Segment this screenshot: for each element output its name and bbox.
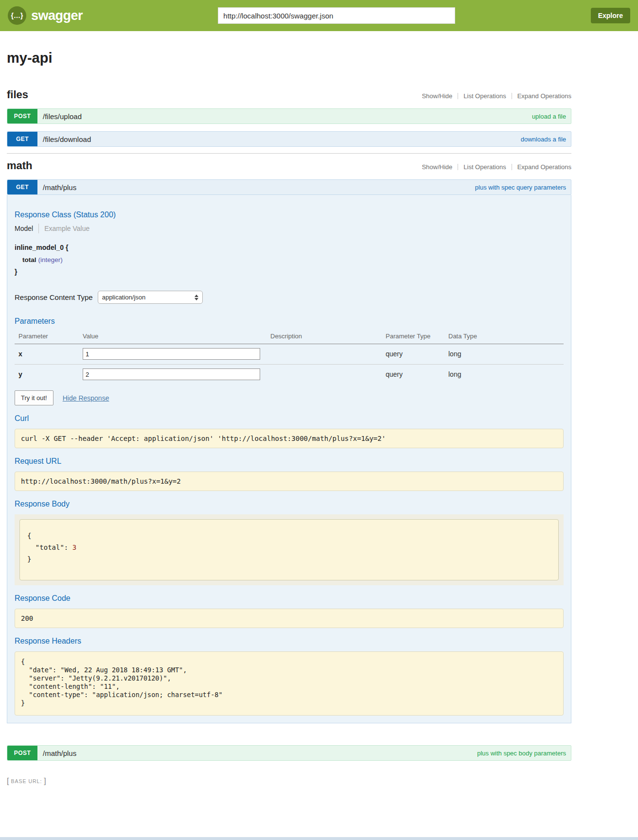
parameter-name: y: [18, 370, 22, 378]
col-value: Value: [79, 330, 266, 344]
operation-summary-link[interactable]: plus with spec query parameters: [475, 184, 566, 191]
spec-url-input[interactable]: [218, 7, 455, 24]
col-parameter: Parameter: [15, 330, 79, 344]
expand-operations-link[interactable]: Expand Operations: [517, 92, 571, 100]
method-badge-get: GET: [7, 132, 37, 146]
operation-detail-panel: Response Class (Status 200) Model Exampl…: [7, 195, 571, 723]
base-url-label: BASE URL:: [11, 778, 42, 784]
math-section-controls: Show/Hide List Operations Expand Operati…: [422, 163, 571, 171]
response-body-json: { "total": 3 }: [19, 519, 559, 580]
json-value: 3: [72, 543, 76, 551]
operation-summary-link[interactable]: downloads a file: [521, 136, 566, 143]
files-section-title: files: [7, 88, 28, 101]
col-description: Description: [266, 330, 382, 344]
math-section-title: math: [7, 159, 33, 172]
separator: [512, 164, 512, 170]
curl-heading: Curl: [15, 414, 564, 423]
explore-button[interactable]: Explore: [591, 8, 630, 23]
tab-model[interactable]: Model: [15, 225, 33, 232]
page-title: my-api: [7, 50, 571, 66]
col-data-type: Data Type: [444, 330, 564, 344]
parameter-row-x: x query long: [15, 344, 564, 365]
separator: [458, 93, 458, 99]
operation-path[interactable]: /files/download: [43, 135, 91, 143]
list-operations-link[interactable]: List Operations: [463, 92, 506, 100]
model-signature: inline_model_0 { total (integer) }: [15, 242, 564, 278]
bracket-close: ]: [44, 777, 46, 786]
model-close-brace: }: [15, 266, 564, 278]
response-code-value: 200: [15, 609, 564, 628]
try-it-out-button[interactable]: Try it out!: [15, 390, 53, 405]
math-section-header: math Show/Hide List Operations Expand Op…: [7, 159, 571, 172]
operation-summary-link[interactable]: upload a file: [532, 113, 566, 120]
operation-summary-link[interactable]: plus with spec body parameters: [477, 750, 566, 757]
json-key: "total":: [27, 543, 72, 551]
parameters-table: Parameter Value Description Parameter Ty…: [15, 330, 564, 385]
method-badge-post: POST: [7, 746, 37, 760]
col-parameter-type: Parameter Type: [382, 330, 444, 344]
method-badge-post: POST: [7, 109, 37, 123]
operation-row-post-files-upload[interactable]: POST /files/upload upload a file: [7, 108, 571, 124]
parameter-x-input[interactable]: [83, 348, 260, 360]
separator: [512, 93, 512, 99]
operation-row-post-math-plus[interactable]: POST /math/plus plus with spec body para…: [7, 745, 571, 761]
request-url-value: http://localhost:3000/math/plus?x=1&y=2: [15, 472, 564, 491]
json-total-line: "total": 3: [27, 542, 551, 553]
response-headers-heading: Response Headers: [15, 637, 564, 646]
logo-glyph: {…}: [11, 12, 23, 19]
model-tabs: Model Example Value: [15, 224, 564, 233]
bracket-open: [: [7, 777, 9, 786]
parameter-data-type: long: [448, 370, 461, 378]
tab-example-value[interactable]: Example Value: [44, 225, 89, 232]
brand-name: swagger: [31, 8, 83, 23]
expand-operations-link[interactable]: Expand Operations: [517, 163, 571, 171]
operation-row-get-math-plus[interactable]: GET /math/plus plus with spec query para…: [7, 179, 571, 195]
files-section-controls: Show/Hide List Operations Expand Operati…: [422, 92, 571, 100]
operation-path[interactable]: /files/upload: [43, 112, 82, 121]
main-content: my-api files Show/Hide List Operations E…: [7, 50, 571, 786]
response-class-heading: Response Class (Status 200): [15, 210, 564, 219]
operation-path[interactable]: /math/plus: [43, 183, 76, 192]
parameter-name: x: [18, 350, 22, 358]
model-open-brace: inline_model_0 {: [15, 242, 564, 254]
swagger-logo-icon: {…}: [8, 6, 26, 25]
hide-response-link[interactable]: Hide Response: [63, 394, 109, 402]
model-property-name: total: [22, 256, 36, 263]
model-property-type: (integer): [38, 256, 62, 263]
parameter-type: query: [386, 350, 403, 358]
show-hide-link[interactable]: Show/Hide: [422, 163, 452, 171]
parameter-description: [266, 344, 382, 365]
curl-command: curl -X GET --header 'Accept: applicatio…: [15, 429, 564, 448]
response-headers-json: { "date": "Wed, 22 Aug 2018 18:49:13 GMT…: [15, 651, 564, 716]
separator: [38, 224, 39, 233]
header-bar: {…} swagger Explore: [0, 0, 638, 31]
response-content-type-label: Response Content Type: [15, 293, 93, 301]
list-operations-link[interactable]: List Operations: [463, 163, 506, 171]
actions-row: Try it out! Hide Response: [15, 390, 564, 405]
response-content-type-select[interactable]: application/json: [98, 291, 203, 304]
json-open-brace: {: [27, 530, 551, 542]
response-body-container: { "total": 3 }: [15, 514, 564, 585]
files-section-header: files Show/Hide List Operations Expand O…: [7, 88, 571, 101]
response-content-type-row: Response Content Type application/json: [15, 291, 564, 304]
parameters-heading: Parameters: [15, 317, 564, 326]
selected-content-type: application/json: [102, 294, 146, 301]
parameter-data-type: long: [448, 350, 461, 358]
base-url-footer: [ BASE URL: ]: [7, 777, 571, 786]
select-arrows-icon: [195, 295, 198, 300]
operation-row-get-files-download[interactable]: GET /files/download downloads a file: [7, 131, 571, 147]
json-close-brace: }: [27, 553, 551, 565]
operation-path[interactable]: /math/plus: [43, 749, 76, 757]
request-url-heading: Request URL: [15, 457, 564, 466]
bottom-strip: [0, 837, 638, 840]
show-hide-link[interactable]: Show/Hide: [422, 92, 452, 100]
parameter-type: query: [386, 370, 403, 378]
model-property: total (integer): [15, 254, 564, 266]
response-code-heading: Response Code: [15, 594, 564, 603]
parameter-row-y: y query long: [15, 365, 564, 385]
parameter-y-input[interactable]: [83, 368, 260, 380]
parameter-description: [266, 365, 382, 385]
parameters-header-row: Parameter Value Description Parameter Ty…: [15, 330, 564, 344]
section-divider: [7, 153, 571, 154]
swagger-logo[interactable]: {…} swagger: [8, 6, 83, 25]
